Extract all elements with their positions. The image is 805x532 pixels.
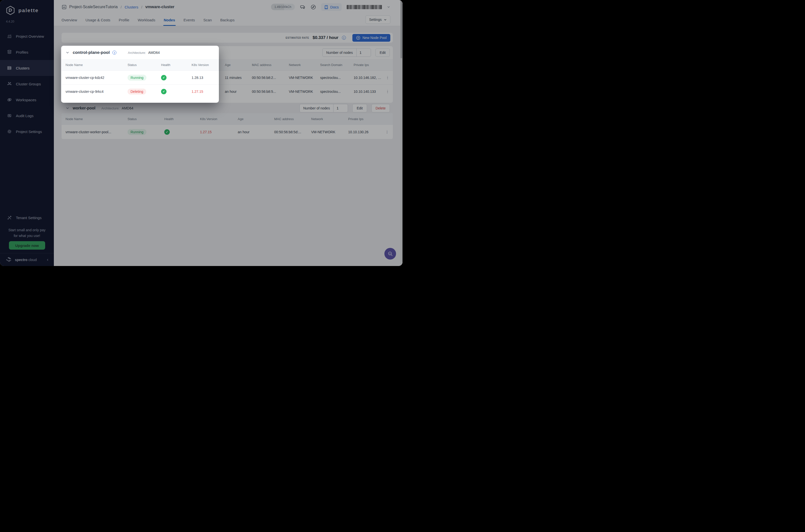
sidebar-item-project-overview[interactable]: Project Overview: [0, 28, 54, 44]
tab-nodes[interactable]: Nodes: [164, 14, 175, 26]
mac-cell: 00:50:56:b8:2...: [248, 76, 285, 80]
breadcrumb: Project-ScaleSecureTutoria / Clusters / …: [54, 0, 402, 14]
node-name-cell: vmware-cluster-cp-kdz42: [61, 76, 123, 80]
sidebar-item-project-settings[interactable]: Project Settings: [0, 124, 54, 139]
scrollbar-thumb[interactable]: [401, 0, 402, 58]
pool-name: control-plane-pool: [73, 50, 110, 55]
spectro-cloud-logo-icon: [5, 256, 12, 263]
sidebar-tenant: Tenant Settings: [0, 210, 54, 226]
col-status: Status: [123, 63, 157, 67]
delete-pool-button[interactable]: Delete: [371, 104, 390, 112]
architecture-label: Architecture:: [128, 51, 146, 55]
settings-button[interactable]: Settings: [366, 15, 390, 24]
number-of-nodes-input[interactable]: 1: [356, 49, 371, 57]
chat-icon[interactable]: [300, 4, 305, 10]
book-icon: [324, 5, 328, 9]
sidebar-footer: spectro cloud ‹: [0, 253, 54, 266]
tab-events[interactable]: Events: [184, 14, 195, 26]
number-of-nodes-input[interactable]: 1: [333, 104, 348, 112]
palette-app: palette 4.4.20 Project Overview Profiles…: [0, 0, 402, 266]
row-menu-kebab-icon[interactable]: ⋮: [385, 90, 389, 93]
tab-profile[interactable]: Profile: [119, 14, 130, 26]
layers-icon: [7, 50, 12, 55]
sidebar-item-workspaces[interactable]: Workspaces: [0, 92, 54, 108]
architecture-value: AMD64: [148, 51, 160, 55]
search-fab-button[interactable]: [384, 248, 396, 260]
network-icon: [7, 81, 12, 87]
col-health: Health: [160, 117, 196, 121]
settings-label: Settings: [369, 18, 382, 22]
network-cell: VM-NETWORK: [285, 90, 316, 94]
new-node-pool-button[interactable]: New Node Pool: [352, 34, 390, 42]
node-row: vmware-cluster-cp-9rkc4 Deleting ✓ 1.27.…: [61, 84, 393, 98]
compass-icon[interactable]: [310, 4, 316, 10]
breadcrumb-current: vmware-cluster: [145, 5, 174, 9]
status-cell: Running: [123, 129, 160, 135]
brand-logo: palette: [5, 5, 39, 15]
sidebar-item-tenant-settings[interactable]: Tenant Settings: [0, 210, 54, 226]
pool-info-icon[interactable]: i: [112, 51, 116, 55]
private-ips-cell: 10.10.146.182, 1...: [350, 76, 382, 80]
row-menu-kebab-icon[interactable]: ⋮: [385, 76, 389, 79]
breadcrumb-project[interactable]: Project-ScaleSecureTutoria: [69, 5, 118, 9]
card-padding: [61, 98, 393, 103]
pool-controls: Number of nodes 1 Edit Delete: [300, 104, 390, 112]
network-cell: VM-NETWORK: [307, 130, 344, 134]
k8s-version-cell: 1.27.15: [196, 130, 234, 134]
architecture-value: AMD64: [122, 106, 134, 110]
footer-brand: spectro cloud: [15, 258, 37, 262]
sidebar-item-label: Clusters: [16, 66, 30, 70]
tab-workloads[interactable]: Workloads: [138, 14, 155, 26]
chevron-down-icon[interactable]: [65, 51, 70, 55]
docs-button[interactable]: Docs: [321, 3, 342, 11]
sidebar-item-profiles[interactable]: Profiles: [0, 44, 54, 60]
search-domain-cell: spectroclou...: [316, 76, 350, 80]
sidebar-item-audit-logs[interactable]: Audit Logs: [0, 108, 54, 124]
age-cell: an hour: [234, 130, 270, 134]
mac-cell: 00:50:56:b8:5...: [248, 90, 285, 94]
age-cell: an hour: [221, 90, 248, 94]
tab-usage-costs[interactable]: Usage & Costs: [85, 14, 111, 26]
sidebar-collapse-chevron[interactable]: ‹: [47, 257, 49, 262]
network-cell: VM-NETWORK: [285, 76, 316, 80]
col-k8s-version: K8s Version: [196, 117, 234, 121]
tab-scan[interactable]: Scan: [203, 14, 212, 26]
chevron-down-icon[interactable]: [387, 5, 390, 9]
worker-pool-header: worker-pool Architecture: AMD64 Number o…: [61, 103, 393, 113]
upgrade-now-button[interactable]: Upgrade now: [9, 241, 45, 250]
sidebar-item-clusters[interactable]: Clusters: [0, 60, 54, 76]
edit-pool-button[interactable]: Edit: [352, 104, 367, 112]
col-node-name: Node Name: [61, 63, 123, 67]
row-menu-kebab-icon[interactable]: ⋮: [385, 131, 389, 133]
pool-controls: Number of nodes 1 Edit: [322, 49, 390, 57]
usage-badge[interactable]: 1.49/100kCh: [271, 4, 295, 10]
nodes-content: ESTIMATED RATE $0.337 / hour i New Node …: [54, 26, 402, 266]
col-age: Age: [234, 117, 270, 121]
tab-overview[interactable]: Overview: [61, 14, 77, 26]
col-search-domain: Search Domain: [316, 63, 350, 67]
chevron-down-icon[interactable]: [65, 106, 70, 110]
node-row: vmware-cluster-worker-pool... Running ✓ …: [61, 125, 393, 139]
edit-pool-button[interactable]: Edit: [376, 49, 390, 57]
tab-backups[interactable]: Backups: [221, 14, 235, 26]
health-cell: ✓: [157, 89, 188, 94]
health-check-icon: ✓: [161, 75, 167, 80]
user-name-redacted[interactable]: [347, 5, 382, 9]
status-cell: Deleting: [123, 89, 157, 95]
sidebar-item-label: Workspaces: [16, 98, 36, 102]
col-mac-address: MAC address: [248, 63, 285, 67]
breadcrumb-clusters-link[interactable]: Clusters: [124, 5, 138, 9]
sidebar-item-label: Audit Logs: [16, 114, 34, 118]
rate-info-icon[interactable]: i: [342, 36, 346, 40]
number-of-nodes-label: Number of nodes: [300, 106, 333, 110]
tools-icon: [7, 215, 12, 220]
breadcrumb-separator: /: [121, 5, 121, 9]
col-mac-address: MAC address: [270, 117, 307, 121]
sidebar-item-cluster-groups[interactable]: Cluster Groups: [0, 76, 54, 92]
rate-toolbar: ESTIMATED RATE $0.337 / hour i New Node …: [61, 33, 393, 43]
orbit-icon: [7, 97, 12, 102]
sidebar-item-label: Project Overview: [16, 34, 44, 38]
private-ips-cell: 10.10.140.133: [350, 90, 382, 94]
col-node-name: Node Name: [61, 117, 123, 121]
col-private-ips: Private Ips: [344, 117, 381, 121]
